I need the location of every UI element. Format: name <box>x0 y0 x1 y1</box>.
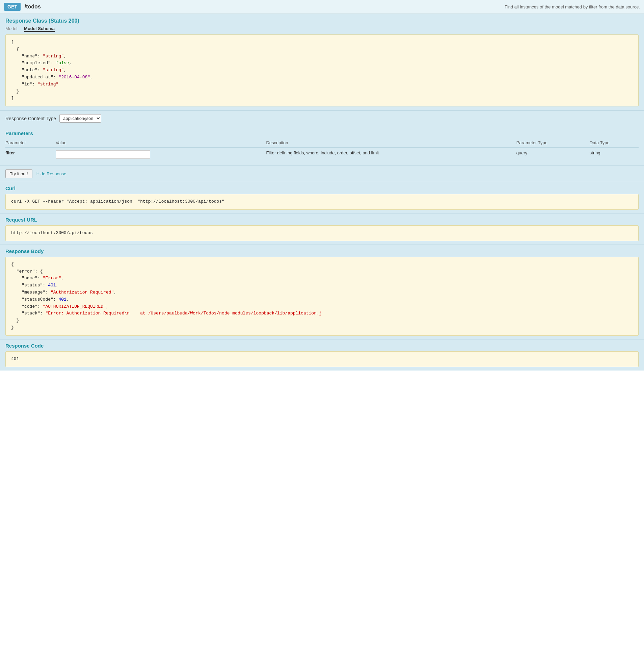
col-value: Value <box>56 139 266 148</box>
content-type-select[interactable]: application/json <box>60 114 101 123</box>
curl-title: Curl <box>5 185 639 191</box>
try-button[interactable]: Try it out! <box>5 169 32 178</box>
header-description: Find all instances of the model matched … <box>505 4 640 9</box>
response-body-title: Response Body <box>5 248 639 254</box>
col-param-type: Parameter Type <box>516 139 590 148</box>
model-tabs: Model Model Schema <box>5 26 639 32</box>
table-row: filter Filter defining fields, where, in… <box>5 148 639 162</box>
col-data-type: Data Type <box>590 139 639 148</box>
method-badge: GET <box>4 3 21 11</box>
schema-tab[interactable]: Model Schema <box>24 26 55 32</box>
curl-command: curl -X GET --header "Accept: applicatio… <box>5 194 639 210</box>
hide-response-link[interactable]: Hide Response <box>37 171 67 176</box>
filter-input[interactable] <box>56 150 150 159</box>
buttons-row: Try it out! Hide Response <box>0 166 644 182</box>
model-tab[interactable]: Model <box>5 26 17 32</box>
col-parameter: Parameter <box>5 139 56 148</box>
parameters-title: Parameters <box>5 130 639 136</box>
response-body-section: Response Body { "error": { "name": "Erro… <box>0 245 644 339</box>
curl-section: Curl curl -X GET --header "Accept: appli… <box>0 182 644 214</box>
schema-code-block: [ { "name": "string", "completed": false… <box>5 35 639 106</box>
response-body-code: { "error": { "name": "Error", "status": … <box>5 257 639 336</box>
params-table: Parameter Value Description Parameter Ty… <box>5 139 639 161</box>
response-class-section: Response Class (Status 200) Model Model … <box>0 14 644 111</box>
parameters-section: Parameters Parameter Value Description P… <box>0 126 644 166</box>
request-url-title: Request URL <box>5 217 639 223</box>
response-code-section: Response Code 401 <box>0 339 644 371</box>
endpoint-path: /todos <box>25 4 41 10</box>
param-description: Filter defining fields, where, include, … <box>266 148 516 162</box>
main-content: Response Class (Status 200) Model Model … <box>0 14 644 371</box>
param-data-type: string <box>590 148 639 162</box>
request-url-section: Request URL http://localhost:3000/api/to… <box>0 214 644 245</box>
col-description: Description <box>266 139 516 148</box>
response-code-value: 401 <box>5 351 639 367</box>
response-code-title: Response Code <box>5 343 639 349</box>
response-content-type-row: Response Content Type application/json <box>0 111 644 126</box>
response-content-type-label: Response Content Type <box>5 116 56 121</box>
request-url-value: http://localhost:3000/api/todos <box>5 225 639 241</box>
response-class-title: Response Class (Status 200) <box>5 18 639 24</box>
header-bar: GET /todos Find all instances of the mod… <box>0 0 644 14</box>
param-name: filter <box>5 148 56 162</box>
param-value-cell <box>56 148 266 162</box>
param-type: query <box>516 148 590 162</box>
